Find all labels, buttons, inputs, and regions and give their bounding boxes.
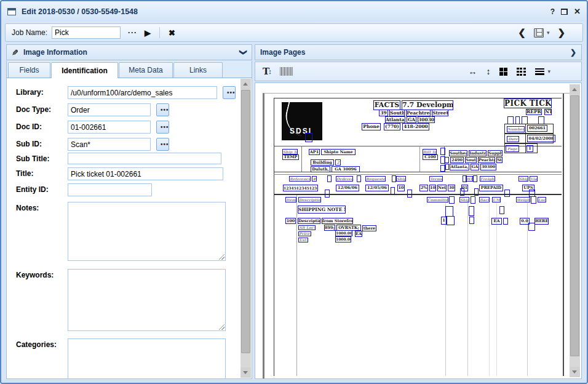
ocr-zone-box[interactable] [471, 196, 475, 204]
ocr-word-zone[interactable]: 30300 [480, 164, 496, 170]
ocr-zone-box[interactable] [449, 196, 455, 204]
ocr-word-zone[interactable]: # [312, 176, 317, 182]
ocr-zone-box[interactable] [445, 164, 449, 170]
ocr-word-zone[interactable]: AP1 [309, 149, 320, 155]
ocr-zone-box[interactable] [407, 190, 412, 198]
ocr-word-zone[interactable]: 100 [285, 218, 296, 224]
ocr-word-zone[interactable]: EA [355, 231, 362, 237]
tab-links[interactable]: Links [173, 62, 223, 78]
ocr-word-zone[interactable]: SHIPPING NOTE NOTE [298, 206, 346, 214]
ocr-word-zone[interactable]: Duluth, [311, 166, 330, 172]
ocr-zone-box[interactable] [504, 190, 510, 197]
ocr-word-zone[interactable]: 30 [448, 185, 455, 191]
job-name-input[interactable] [52, 26, 121, 39]
ocr-zone-box[interactable] [469, 206, 474, 216]
ocr-word-zone[interactable]: Back [479, 197, 490, 202]
form-scrollbar[interactable] [240, 79, 251, 378]
ocr-word-zone[interactable]: Building [311, 159, 334, 166]
ocr-word-zone[interactable]: Net [437, 185, 447, 191]
field-categories[interactable] [68, 338, 226, 379]
ocr-zone-box[interactable] [515, 116, 520, 124]
ocr-word-zone[interactable]: 899; [324, 225, 335, 231]
run-job-button[interactable]: ▶ [141, 28, 154, 38]
scrollbar-thumb[interactable] [241, 90, 250, 353]
image-information-header[interactable]: ✎ Image Information ❯ [6, 44, 252, 60]
ocr-zone-box[interactable] [392, 175, 396, 182]
ocr-word-zone[interactable]: EA [491, 218, 502, 225]
fit-height-icon[interactable]: ↕ [486, 66, 490, 76]
ocr-zone-box[interactable] [357, 175, 361, 182]
scroll-up-icon[interactable] [570, 84, 580, 95]
ocr-zone-box[interactable] [445, 206, 453, 217]
ocr-word-zone[interactable]: 123451234512345 [283, 185, 318, 191]
restore-icon[interactable] [561, 9, 568, 15]
ocr-word-zone[interactable]: Bill To: [423, 149, 437, 154]
grid-3x3-view-icon[interactable] [517, 68, 526, 76]
ocr-word-zone[interactable]: South [465, 157, 477, 163]
ocr-word-zone[interactable]: 10 [429, 185, 436, 191]
fit-width-icon[interactable]: ↔ [468, 66, 477, 76]
field-docid[interactable] [68, 121, 151, 134]
ocr-zone-box[interactable] [445, 157, 449, 163]
ocr-word-zone[interactable]: REPRI [526, 109, 542, 115]
ocr-word-zone[interactable]: Ship [459, 197, 469, 202]
ocr-word-zone[interactable]: 1000.000 [335, 230, 352, 236]
ocr-word-zone[interactable]: Loc [538, 197, 546, 202]
ocr-word-zone[interactable]: Via [530, 176, 538, 182]
scanned-page[interactable]: SDSI FACTS7.7 Development39SouthPeachtre… [263, 93, 570, 379]
ocr-word-zone[interactable]: Ship To: [282, 149, 298, 154]
ocr-word-zone[interactable]: 01 [461, 185, 468, 191]
field-subtitle[interactable] [68, 153, 221, 164]
resize-grip[interactable] [218, 323, 224, 330]
ocr-word-zone[interactable]: Peachtree [478, 157, 495, 163]
ocr-word-zone[interactable]: PREPAID [479, 185, 503, 191]
ocr-word-zone[interactable]: 7.7 Development [402, 100, 453, 110]
ocr-word-zone[interactable]: 1 [441, 217, 447, 225]
ocr-word-zone[interactable]: St [496, 157, 503, 163]
ocr-word-zone[interactable]: Price: [298, 231, 311, 236]
tab-fields[interactable]: Fields [8, 62, 50, 78]
field-subid[interactable] [68, 138, 151, 151]
ocr-word-zone[interactable]: PICK TICKET [504, 98, 552, 108]
ocr-word-zone[interactable]: HERE [534, 218, 549, 225]
scroll-down-icon[interactable] [240, 367, 251, 378]
ocr-word-zone[interactable]: 2490 [450, 157, 464, 163]
ocr-word-zone[interactable]: Atlanta, [385, 116, 405, 123]
cancel-button[interactable]: ✖ [165, 28, 179, 38]
ocr-word-zone[interactable]: 39 [379, 110, 388, 116]
collapse-chevron-icon[interactable]: ❯ [239, 49, 248, 55]
ocr-word-zone[interactable]: C100 [423, 154, 438, 160]
browse-button-subid[interactable]: ••• [156, 138, 169, 151]
ocr-word-zone[interactable]: Freight [480, 176, 495, 182]
ocr-zone-box[interactable] [327, 175, 332, 182]
browse-button-docid[interactable]: ••• [156, 121, 169, 134]
ocr-word-zone[interactable]: Phone [362, 123, 381, 130]
viewer-scrollbar[interactable] [570, 84, 580, 377]
ocr-zone-box[interactable] [522, 116, 528, 124]
field-entityid[interactable] [68, 183, 152, 196]
ocr-word-zone[interactable]: Ext: [298, 238, 308, 242]
ocr-word-zone[interactable]: GA 30096 [332, 166, 360, 172]
ocr-zone-box[interactable] [440, 165, 445, 172]
ocr-word-zone[interactable]: 2 [335, 159, 341, 166]
ocr-word-zone[interactable]: 2% [419, 185, 428, 191]
ocr-zone-box[interactable] [531, 196, 536, 204]
ocr-word-zone[interactable]: NT [544, 109, 552, 115]
ocr-zone-box[interactable] [391, 187, 395, 194]
ocr-word-zone[interactable]: there [362, 225, 376, 231]
ocr-word-zone[interactable]: Requested [365, 176, 386, 182]
ocr-word-zone[interactable]: Description [298, 218, 320, 224]
ocr-word-zone[interactable]: Reference [289, 176, 311, 182]
ocr-word-zone[interactable]: UM [492, 197, 501, 202]
ocr-word-zone[interactable]: Terms [429, 176, 443, 182]
ocr-word-zone[interactable]: Date [507, 136, 519, 142]
ocr-word-zone[interactable]: 30030 [418, 116, 435, 123]
ocr-word-zone[interactable]: South [389, 110, 405, 116]
ocr-word-zone[interactable]: 12/06/06 [336, 185, 359, 191]
ocr-word-zone[interactable]: ™ [305, 133, 312, 142]
ocr-word-zone[interactable]: Atlanta, [450, 164, 469, 170]
image-pages-header[interactable]: Image Pages ❯ [255, 44, 582, 60]
browse-button-library[interactable]: ••• [223, 86, 236, 99]
scroll-up-icon[interactable] [240, 79, 251, 89]
ocr-zone-box[interactable] [473, 175, 477, 182]
